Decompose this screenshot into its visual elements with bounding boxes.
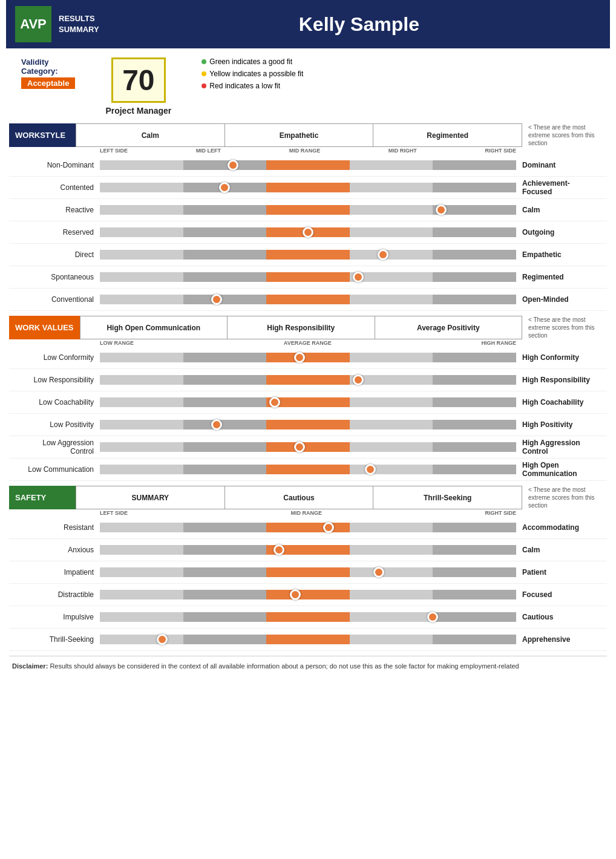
row-left-label: Conventional (9, 295, 100, 304)
slider-area (100, 394, 516, 411)
table-row: Low Positivity High Positivity (9, 414, 607, 436)
seg1 (100, 590, 183, 599)
safety-range-row: LEFT SIDE MID RANGE RIGHT SIDE (9, 509, 607, 517)
seg3 (266, 612, 350, 622)
safety-section: SAFETY SUMMARY Cautious Thrill-Seeking <… (9, 486, 607, 651)
workstyle-categories: Calm Empathetic Regimented (76, 123, 522, 147)
table-row: Reactive Calm (9, 199, 607, 221)
range-low: LOW RANGE (100, 340, 134, 346)
seg1 (100, 272, 183, 282)
workstyle-range-row: LEFT SIDE MID LEFT MID RANGE MID RIGHT R… (9, 147, 607, 154)
seg5 (433, 227, 516, 237)
range-high: HIGH RANGE (481, 340, 516, 346)
safety-header: SAFETY SUMMARY Cautious Thrill-Seeking <… (9, 486, 607, 509)
slider-bg (100, 523, 516, 532)
slider-bg (100, 420, 516, 430)
range-left-side: LEFT SIDE (100, 148, 128, 154)
seg2 (183, 523, 267, 532)
workstyle-note: < These are the most extreme scores from… (528, 123, 607, 147)
safety-note: < These are the most extreme scores from… (528, 486, 607, 509)
green-dot (202, 59, 206, 64)
seg3 (266, 375, 350, 385)
seg5 (433, 272, 516, 282)
slider-marker (157, 634, 168, 645)
slider-area (100, 349, 516, 366)
seg1 (100, 250, 183, 260)
range-mid-right: MID RIGHT (388, 148, 417, 154)
seg2 (183, 272, 267, 282)
table-row: Distractible Focused (9, 584, 607, 606)
legend-green-text: Green indicates a good fit (209, 57, 292, 66)
slider-area (100, 269, 516, 286)
score-label: Project Manager (105, 106, 171, 116)
row-left-label: Thrill-Seeking (9, 635, 100, 644)
score-box: 70 (111, 57, 166, 103)
table-row: Low Communication High OpenCommunication (9, 459, 607, 481)
slider-marker (219, 182, 230, 193)
slider-bg (100, 295, 516, 304)
seg1 (100, 160, 183, 170)
row-right-label: High Responsibility (516, 376, 607, 384)
slider-marker (365, 464, 376, 475)
seg5 (433, 567, 516, 577)
table-row: Low AggressionControl High AggressionCon… (9, 436, 607, 459)
range-mid-range: MID RANGE (289, 148, 321, 154)
seg4 (350, 397, 433, 407)
slider-area (100, 586, 516, 603)
logo-box: AVP (15, 6, 51, 42)
seg3 (266, 353, 350, 362)
seg5 (433, 612, 516, 622)
seg3 (266, 465, 350, 474)
seg2 (183, 375, 267, 385)
seg5 (433, 590, 516, 599)
seg4 (350, 205, 433, 215)
slider-area (100, 461, 516, 478)
header-title: RESULTSSUMMARY (51, 13, 99, 35)
workstyle-range-track: LEFT SIDE MID LEFT MID RANGE MID RIGHT R… (100, 147, 516, 154)
legend-yellow-text: Yellow indicates a possible fit (209, 70, 303, 78)
seg1 (100, 545, 183, 555)
slider-bg (100, 183, 516, 192)
seg4 (350, 612, 433, 622)
slider-marker (378, 249, 388, 260)
legend-red-text: Red indicates a low fit (209, 82, 280, 90)
slider-area (100, 201, 516, 218)
seg1 (100, 353, 183, 362)
row-left-label: Non-Dominant (9, 161, 100, 169)
table-row: Impatient Patient (9, 561, 607, 584)
slider-marker (211, 294, 222, 305)
seg2 (183, 205, 267, 215)
slider-bg (100, 250, 516, 260)
seg2 (183, 442, 267, 452)
work-values-section: WORK VALUES High Open Communication High… (9, 316, 607, 481)
slider-marker (228, 160, 238, 171)
row-left-label: Low Positivity (9, 420, 100, 429)
range-right-side: RIGHT SIDE (485, 148, 516, 154)
seg1 (100, 567, 183, 577)
table-row: Anxious Calm (9, 539, 607, 561)
score-section: ValidityCategory: Acceptable 70 Project … (9, 48, 607, 119)
seg2 (183, 420, 267, 430)
row-left-label: Resistant (9, 523, 100, 532)
seg2 (183, 567, 267, 577)
workstyle-cat-empathetic: Empathetic (225, 124, 374, 146)
legend: Green indicates a good fit Yellow indica… (202, 57, 303, 90)
seg4 (350, 295, 433, 304)
workstyle-section: WORKSTYLE Calm Empathetic Regimented < T… (9, 123, 607, 311)
slider-bg (100, 397, 516, 407)
slider-bg (100, 205, 516, 215)
seg5 (433, 353, 516, 362)
seg3 (266, 590, 350, 599)
seg1 (100, 205, 183, 215)
seg1 (100, 612, 183, 622)
row-right-label: Dominant (516, 161, 607, 169)
table-row: Contented Achievement-Focused (9, 177, 607, 199)
seg5 (433, 465, 516, 474)
table-row: Thrill-Seeking Apprehensive (9, 629, 607, 651)
slider-marker (436, 204, 447, 215)
workstyle-header: WORKSTYLE Calm Empathetic Regimented < T… (9, 123, 607, 147)
seg2 (183, 545, 267, 555)
logo-area: AVP RESULTSSUMMARY (6, 0, 108, 48)
range-mid: MID RANGE (291, 510, 323, 516)
table-row: Low Coachability High Coachability (9, 391, 607, 414)
